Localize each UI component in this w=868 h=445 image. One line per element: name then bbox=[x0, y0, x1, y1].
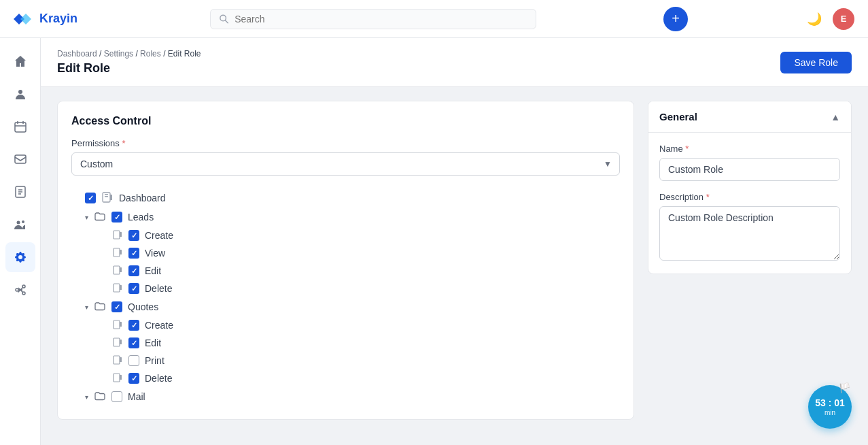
name-label: Name * bbox=[659, 144, 840, 154]
perm-leads-delete: Delete bbox=[71, 280, 620, 297]
timer-bubble[interactable]: 🏳️ 53 : 01 min bbox=[808, 385, 852, 429]
svg-rect-19 bbox=[120, 267, 122, 272]
file-icon-leads-create bbox=[112, 230, 123, 241]
perm-quotes-edit: Edit bbox=[71, 335, 620, 351]
checkbox-quotes-print[interactable] bbox=[128, 355, 139, 366]
checkbox-leads-edit[interactable] bbox=[128, 265, 139, 276]
perm-quotes-create-label: Create bbox=[145, 320, 173, 331]
perm-mail-label: Mail bbox=[128, 391, 145, 402]
perm-quotes-label: Quotes bbox=[128, 301, 158, 312]
checkbox-dashboard[interactable] bbox=[85, 193, 96, 203]
svg-rect-24 bbox=[114, 338, 120, 346]
perm-leads: ▾ Leads bbox=[71, 208, 620, 226]
permissions-select-wrapper: All Custom ▼ bbox=[71, 152, 620, 176]
svg-rect-16 bbox=[114, 248, 120, 257]
mail-chevron[interactable]: ▾ bbox=[85, 393, 88, 401]
checkbox-quotes-edit[interactable] bbox=[128, 337, 139, 348]
svg-rect-14 bbox=[114, 231, 120, 239]
breadcrumb-settings[interactable]: Settings bbox=[104, 49, 133, 59]
description-textarea[interactable]: Custom Role Description bbox=[659, 206, 840, 261]
user-avatar[interactable]: E bbox=[833, 8, 854, 30]
perm-quotes-delete: Delete bbox=[71, 370, 620, 386]
app-logo[interactable]: Krayin bbox=[14, 11, 77, 27]
perm-dashboard-label: Dashboard bbox=[119, 193, 166, 203]
file-icon-leads-edit bbox=[112, 265, 123, 276]
sidebar-item-email[interactable] bbox=[5, 144, 35, 174]
checkbox-leads-create[interactable] bbox=[128, 230, 139, 241]
perm-leads-view: View bbox=[71, 245, 620, 261]
svg-rect-12 bbox=[105, 196, 108, 197]
search-input[interactable] bbox=[235, 14, 527, 24]
breadcrumb-roles[interactable]: Roles bbox=[140, 49, 161, 59]
access-control-title: Access Control bbox=[71, 115, 620, 127]
svg-rect-20 bbox=[114, 284, 120, 292]
sidebar-item-settings[interactable] bbox=[5, 242, 35, 272]
svg-rect-17 bbox=[120, 250, 122, 254]
svg-rect-26 bbox=[114, 356, 120, 364]
perm-quotes-print: Print bbox=[71, 352, 620, 369]
description-label: Description * bbox=[659, 192, 840, 202]
page-title: Edit Role bbox=[57, 61, 201, 76]
svg-point-1 bbox=[18, 90, 22, 94]
checkbox-leads-view[interactable] bbox=[128, 248, 139, 259]
main-wrapper: Dashboard / Settings / Roles / Edit Role… bbox=[41, 38, 868, 445]
perm-leads-edit: Edit bbox=[71, 263, 620, 279]
timer-label: min bbox=[824, 409, 835, 416]
checkbox-mail[interactable] bbox=[111, 391, 122, 402]
breadcrumb-dashboard[interactable]: Dashboard bbox=[57, 49, 97, 59]
leads-chevron[interactable]: ▾ bbox=[85, 214, 88, 221]
svg-rect-23 bbox=[120, 322, 122, 327]
permissions-select[interactable]: All Custom bbox=[71, 152, 620, 176]
sidebar bbox=[0, 38, 41, 445]
collapse-general-button[interactable]: ▲ bbox=[831, 112, 840, 122]
permissions-label: Permissions * bbox=[71, 138, 620, 148]
nav-right: 🌙 E bbox=[807, 8, 854, 30]
perm-leads-delete-label: Delete bbox=[145, 283, 172, 294]
svg-rect-18 bbox=[114, 266, 120, 274]
sidebar-item-calendar[interactable] bbox=[5, 112, 35, 142]
sidebar-item-home[interactable] bbox=[5, 46, 35, 76]
timer-flag-icon: 🏳️ bbox=[839, 382, 850, 393]
general-panel: General ▲ Name * Description * Custom Ro… bbox=[648, 101, 852, 274]
add-button[interactable]: + bbox=[663, 7, 688, 31]
perm-leads-edit-label: Edit bbox=[145, 265, 161, 276]
svg-point-5 bbox=[16, 221, 20, 225]
checkbox-quotes-create[interactable] bbox=[128, 320, 139, 331]
svg-rect-3 bbox=[15, 155, 26, 163]
perm-quotes-edit-label: Edit bbox=[145, 337, 161, 348]
dark-mode-toggle[interactable]: 🌙 bbox=[807, 12, 822, 27]
timer-time: 53 : 01 bbox=[815, 397, 845, 409]
folder-icon-leads bbox=[94, 211, 106, 223]
checkbox-quotes-delete[interactable] bbox=[128, 373, 139, 384]
search-bar[interactable] bbox=[210, 9, 536, 29]
file-icon-quotes-edit bbox=[112, 337, 123, 348]
perm-quotes-create: Create bbox=[71, 317, 620, 333]
checkbox-quotes[interactable] bbox=[111, 301, 122, 312]
perm-quotes: ▾ Quotes bbox=[71, 298, 620, 316]
svg-rect-11 bbox=[105, 194, 108, 195]
name-input[interactable] bbox=[659, 158, 840, 181]
sidebar-item-quotes[interactable] bbox=[5, 177, 35, 207]
svg-rect-28 bbox=[114, 374, 120, 382]
svg-rect-13 bbox=[110, 195, 112, 200]
svg-rect-2 bbox=[15, 122, 26, 132]
sidebar-item-people[interactable] bbox=[5, 210, 35, 240]
svg-point-8 bbox=[22, 285, 25, 288]
svg-rect-22 bbox=[114, 320, 120, 329]
permission-tree: Dashboard ▾ Leads Create bbox=[71, 189, 620, 406]
file-icon-quotes-delete bbox=[112, 373, 123, 384]
perm-mail: ▾ Mail bbox=[71, 388, 620, 406]
checkbox-leads-delete[interactable] bbox=[128, 283, 139, 294]
perm-quotes-delete-label: Delete bbox=[145, 373, 172, 384]
perm-leads-create: Create bbox=[71, 227, 620, 244]
quotes-chevron[interactable]: ▾ bbox=[85, 303, 88, 311]
svg-rect-27 bbox=[120, 357, 122, 362]
svg-rect-29 bbox=[120, 375, 122, 380]
checkbox-leads[interactable] bbox=[111, 212, 122, 222]
sidebar-item-integrations[interactable] bbox=[5, 275, 35, 305]
perm-leads-view-label: View bbox=[145, 248, 165, 259]
sidebar-item-contacts[interactable] bbox=[5, 79, 35, 109]
general-title: General bbox=[659, 111, 697, 122]
search-icon bbox=[219, 14, 229, 24]
save-role-button[interactable]: Save Role bbox=[780, 52, 852, 73]
